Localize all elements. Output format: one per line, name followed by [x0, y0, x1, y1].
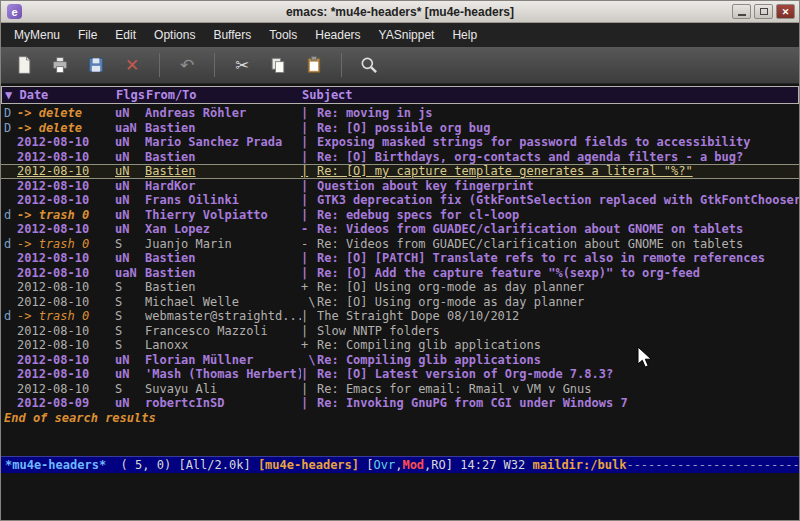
message-row[interactable]: 2012-08-09 uN robertcInSD | Re: Invoking… [1, 396, 799, 411]
message-subject: Slow NNTP folders [317, 324, 799, 339]
column-from: From/To [146, 88, 302, 102]
message-row[interactable]: 2012-08-10 uN Bastien | Re: [O] [PATCH] … [1, 251, 799, 266]
message-row[interactable]: 2012-08-10 uN Florian Müllner \ Re: Comp… [1, 353, 799, 368]
message-from: Bastien [145, 150, 301, 165]
message-row[interactable]: 2012-08-10 uN Bastien | Re: [O] Birthday… [1, 150, 799, 165]
menu-bar: MyMenu File Edit Options Buffers Tools H… [1, 23, 799, 47]
thread-indicator: | [301, 150, 317, 165]
menu-yasnippet[interactable]: YASnippet [370, 24, 444, 46]
message-subject: Re: edebug specs for cl-loop [317, 208, 799, 223]
message-row[interactable]: 2012-08-10 S Bastien + Re: [O] Using org… [1, 280, 799, 295]
message-subject: Re: Compiling glib applications [317, 353, 799, 368]
title-bar[interactable]: e emacs: *mu4e-headers* [mu4e-headers] ✕ [1, 1, 799, 23]
undo-icon: ↶ [180, 57, 194, 74]
message-date: 2012-08-10 [17, 266, 115, 281]
message-row[interactable]: 2012-08-10 S Michael Welle \ Re: [O] Usi… [1, 295, 799, 310]
minimize-button[interactable] [732, 4, 751, 19]
message-row[interactable]: 2012-08-10 uN Mario Sanchez Prada | Expo… [1, 135, 799, 150]
message-date: 2012-08-09 [17, 396, 115, 411]
menu-headers[interactable]: Headers [306, 24, 369, 46]
message-row[interactable]: 2012-08-10 S Lanoxx + Re: Compiling glib… [1, 338, 799, 353]
message-from: Bastien [145, 251, 301, 266]
print-button[interactable] [47, 52, 73, 78]
message-row[interactable]: d -> trash 0 uN Thierry Volpiatto | Re: … [1, 208, 799, 223]
thread-indicator: | [301, 106, 317, 121]
message-row[interactable]: D -> delete uN Andreas Röhler | Re: movi… [1, 106, 799, 121]
save-icon [86, 55, 106, 75]
paste-button[interactable] [301, 52, 327, 78]
mode-line-segment: Ovr [374, 458, 396, 472]
message-flags: S [115, 309, 145, 324]
menu-help[interactable]: Help [443, 24, 486, 46]
message-subject: Re: Compiling glib applications [317, 338, 799, 353]
message-from: HardKor [145, 179, 301, 194]
message-date: 2012-08-10 [17, 295, 115, 310]
message-flags: uaN [115, 266, 145, 281]
close-button[interactable]: ✕ [776, 4, 795, 19]
message-subject: Re: [O] [PATCH] Translate refs to rc als… [317, 251, 799, 266]
message-row[interactable]: 2012-08-10 uN Xan Lopez - Re: Videos fro… [1, 222, 799, 237]
thread-indicator: \ [301, 295, 317, 310]
message-from: Andreas Röhler [145, 106, 301, 121]
mode-line-segment: ( 5, 0) [106, 458, 178, 472]
toolbar-separator [159, 53, 160, 77]
message-date: 2012-08-10 [17, 135, 115, 150]
message-row[interactable]: 2012-08-10 S Francesco Mazzoli | Slow NN… [1, 324, 799, 339]
message-row[interactable]: d -> trash 0 S Juanjo Marin - Re: Videos… [1, 237, 799, 252]
message-date: 2012-08-10 [17, 367, 115, 382]
header-rows: D -> delete uN Andreas Röhler | Re: movi… [1, 106, 799, 411]
message-row[interactable]: 2012-08-10 uN Bastien | Re: [O] my captu… [1, 164, 799, 179]
mark-indicator: D [4, 106, 17, 121]
cut-button[interactable]: ✂ [229, 52, 255, 78]
message-flags: uN [115, 150, 145, 165]
menu-mymenu[interactable]: MyMenu [5, 24, 69, 46]
message-from: Frans Oilinki [145, 193, 301, 208]
mode-line-segment: maildir:/bulk [533, 458, 627, 472]
mode-line-segment: [All/2.0k] [178, 458, 257, 472]
search-button[interactable] [356, 52, 382, 78]
mode-line[interactable]: *mu4e-headers* ( 5, 0) [All/2.0k] [mu4e-… [1, 456, 799, 473]
mouse-cursor [637, 346, 655, 370]
menu-buffers[interactable]: Buffers [204, 24, 260, 46]
message-row[interactable]: 2012-08-10 S Suvayu Ali | Re: Emacs for … [1, 382, 799, 397]
message-row[interactable]: 2012-08-10 uN Frans Oilinki | GTK3 depre… [1, 193, 799, 208]
message-row[interactable]: 2012-08-10 uN HardKor | Question about k… [1, 179, 799, 194]
tool-bar: ✕ ↶ ✂ [1, 47, 799, 84]
mode-line-segment: [ [366, 458, 373, 472]
message-subject: Re: Emacs for email: Rmail v VM v Gnus [317, 382, 799, 397]
new-file-button[interactable] [11, 52, 37, 78]
emacs-frame: e emacs: *mu4e-headers* [mu4e-headers] ✕… [0, 0, 800, 521]
close-icon: ✕ [782, 7, 790, 17]
message-flags: uN [115, 222, 145, 237]
thread-indicator: | [301, 208, 317, 223]
message-flags: S [115, 324, 145, 339]
save-button[interactable] [83, 52, 109, 78]
message-row[interactable]: D -> delete uaN Bastien | Re: [O] possib… [1, 121, 799, 136]
message-date: 2012-08-10 [17, 338, 115, 353]
thread-indicator: | [301, 251, 317, 266]
close-buffer-button[interactable]: ✕ [119, 52, 145, 78]
message-from: 'Mash (Thomas Herbert) [145, 367, 301, 382]
undo-button[interactable]: ↶ [174, 52, 200, 78]
mode-line-segment: Mod [402, 458, 424, 472]
maximize-button[interactable] [754, 4, 773, 19]
menu-options[interactable]: Options [145, 24, 204, 46]
mark-indicator: D [4, 121, 17, 136]
message-date: 2012-08-10 [17, 382, 115, 397]
message-subject: Re: Invoking GnuPG from CGI under Window… [317, 396, 799, 411]
copy-button[interactable] [265, 52, 291, 78]
message-flags: S [115, 295, 145, 310]
menu-edit[interactable]: Edit [106, 24, 145, 46]
message-row[interactable]: 2012-08-10 uaN Bastien | Re: [O] Add the… [1, 266, 799, 281]
menu-tools[interactable]: Tools [260, 24, 306, 46]
message-row[interactable]: d -> trash 0 S webmaster@straightd... | … [1, 309, 799, 324]
menu-file[interactable]: File [69, 24, 106, 46]
message-row[interactable]: 2012-08-10 uN 'Mash (Thomas Herbert) | R… [1, 367, 799, 382]
end-of-results-text: End of search results [4, 411, 156, 426]
message-subject: Re: [O] Latest version of Org-mode 7.8.3… [317, 367, 799, 382]
message-date: 2012-08-10 [17, 193, 115, 208]
thread-indicator: | [301, 396, 317, 411]
message-flags: uN [115, 251, 145, 266]
cut-icon: ✂ [235, 57, 249, 74]
message-flags: uN [115, 353, 145, 368]
